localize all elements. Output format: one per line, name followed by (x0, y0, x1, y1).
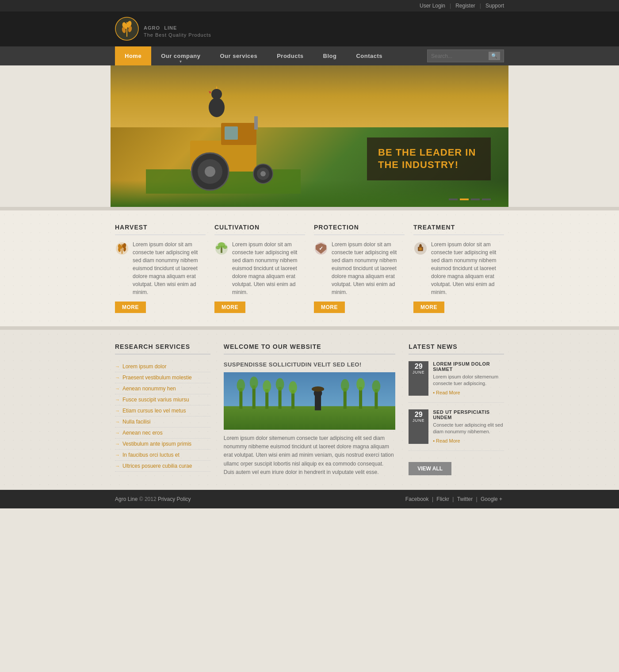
privacy-policy-link[interactable]: Privacy Policy (158, 496, 191, 502)
search-button[interactable]: 🔍 (489, 52, 500, 60)
support-link[interactable]: Support (485, 3, 504, 9)
features-grid: HARVEST Lorem ipsum dolor sit am consect… (111, 224, 508, 313)
research-link-0[interactable]: →Lorem ipsum dolor (115, 363, 210, 370)
top-bar: User Login | Register | Support (0, 0, 619, 11)
footer-social-links: Facebook | Flickr | Twitter | Google + (404, 496, 504, 502)
svg-rect-9 (225, 126, 238, 140)
logo[interactable]: AGRO LINE The Best Quality Products (115, 17, 211, 41)
protection-content: ✓ Lorem ipsum dolor sit am consecte tuer… (314, 241, 405, 296)
news-read-more-1[interactable]: • Read More (433, 438, 460, 443)
arrow-icon: → (115, 375, 120, 380)
research-link-1[interactable]: →Praesent vestibulum molestie (115, 374, 210, 381)
nav-home[interactable]: Home (115, 46, 151, 65)
arrow-icon: → (115, 441, 120, 447)
news-month-1: JUNE (412, 418, 425, 423)
svg-point-31 (223, 245, 227, 249)
logo-brand: AGRO LINE (144, 20, 211, 31)
rooster-illustration (199, 79, 234, 123)
news-day-1: 29 (412, 411, 425, 418)
section-separator (0, 207, 619, 210)
logo-text: AGRO LINE The Best Quality Products (144, 20, 211, 38)
twitter-link[interactable]: Twitter (457, 496, 473, 502)
research-services: RESEARCH SERVICES →Lorem ipsum dolor →Pr… (115, 343, 210, 477)
feature-treatment: TREATMENT Lorem ipsum dolor sit am conse… (413, 224, 504, 313)
user-login-link[interactable]: User Login (420, 3, 445, 9)
arrow-icon: → (115, 386, 120, 391)
news-day-0: 29 (412, 363, 425, 370)
svg-point-13 (205, 166, 215, 177)
logo-tagline: The Best Quality Products (144, 32, 211, 38)
nav-our-services[interactable]: Our services (210, 46, 267, 65)
logo-icon (115, 17, 139, 41)
treatment-text: Lorem ipsum dolor sit am consecte tuer a… (431, 241, 504, 296)
welcome-text: Lorem ipsum dolor sitemenum consecte tue… (224, 434, 395, 477)
research-link-2[interactable]: →Aenean nonummy hen (115, 386, 210, 392)
nav-our-company[interactable]: Our company ▼ (151, 46, 210, 65)
news-read-more-0[interactable]: • Read More (433, 390, 460, 395)
view-all-button[interactable]: View All (409, 462, 451, 475)
arrow-icon: → (115, 463, 120, 469)
nav-products[interactable]: Products (267, 46, 313, 65)
hero-dot-4[interactable] (482, 199, 491, 200)
arrow-icon: → (115, 419, 120, 424)
research-list: →Lorem ipsum dolor →Praesent vestibulum … (115, 361, 210, 472)
hero-overlay: BE THE LEADER IN THE INDUSTRY! (367, 137, 491, 180)
svg-point-47 (275, 378, 284, 390)
research-link-7[interactable]: →Vestibulum ante ipsum primis (115, 441, 210, 447)
research-link-8[interactable]: →In faucibus orci luctus et (115, 452, 210, 458)
search-box: 🔍 (427, 50, 504, 62)
hero-image: BE THE LEADER IN THE INDUSTRY! (111, 65, 508, 207)
svg-point-45 (263, 380, 271, 393)
arrow-icon: → (115, 430, 120, 435)
news-date-1: 29 JUNE (409, 409, 428, 444)
bottom-separator (0, 326, 619, 330)
hero-headline: BE THE LEADER IN THE INDUSTRY! (378, 146, 480, 172)
feature-cultivation: CULTIVATION Lorem ipsum dolor sit am con… (214, 224, 305, 313)
flickr-link[interactable]: Flickr (436, 496, 449, 502)
svg-marker-19 (216, 86, 218, 89)
hero-dot-2[interactable] (460, 199, 469, 200)
footer-sep1: | (432, 496, 435, 502)
cultivation-more-button[interactable]: More (214, 302, 245, 313)
treatment-icon (413, 241, 428, 256)
research-link-9[interactable]: →Ultrices posuere cubilia curae (115, 463, 210, 469)
list-item: →Aenean nec eros (115, 428, 210, 439)
facebook-link[interactable]: Facebook (405, 496, 429, 502)
news-headline-1: SED UT PERSPICIATIS UNDEM (433, 409, 504, 420)
feature-protection: PROTECTION ✓ Lorem ipsum dolor sit am co… (314, 224, 405, 313)
hero-dot-3[interactable] (471, 199, 480, 200)
footer-brand-link[interactable]: Agro Line (115, 496, 138, 502)
svg-point-52 (312, 386, 324, 392)
list-item: →Lorem ipsum dolor (115, 361, 210, 372)
arrow-icon: → (115, 408, 120, 413)
cultivation-title: CULTIVATION (214, 224, 305, 235)
harvest-text: Lorem ipsum dolor sit am consecte tuer a… (133, 241, 206, 296)
google-plus-link[interactable]: Google + (481, 496, 502, 502)
hero-slider: BE THE LEADER IN THE INDUSTRY! (111, 65, 508, 207)
svg-point-49 (289, 381, 297, 393)
news-month-0: JUNE (412, 370, 425, 374)
nav-blog[interactable]: Blog (313, 46, 347, 65)
research-link-3[interactable]: →Fusce suscipit varius miursu (115, 397, 210, 403)
register-link[interactable]: Register (455, 3, 475, 9)
hero-dot-1[interactable] (449, 199, 458, 200)
protection-more-button[interactable]: More (314, 302, 345, 313)
research-link-6[interactable]: →Aenean nec eros (115, 430, 210, 436)
svg-point-37 (419, 248, 422, 250)
arrow-icon: → (115, 364, 120, 369)
cultivation-text: Lorem ipsum dolor sit am consecte tuer a… (232, 241, 305, 296)
research-link-4[interactable]: →Etiam cursus leo vel metus (115, 408, 210, 414)
welcome-subtitle: SUSPENDISSE SOLLICITUDIN VELIT SED LEO! (224, 361, 395, 368)
research-link-5[interactable]: →Nulla facilisi (115, 419, 210, 425)
welcome-title: WELCOME TO OUR WEBSITE (224, 343, 395, 355)
nav-contacts[interactable]: Contacts (346, 46, 392, 65)
svg-rect-50 (315, 396, 321, 410)
treatment-more-button[interactable]: More (413, 302, 444, 313)
footer-year: © 2012 (139, 496, 157, 502)
svg-rect-39 (224, 406, 395, 430)
dropdown-arrow-icon: ▼ (179, 60, 183, 64)
harvest-more-button[interactable]: More (115, 302, 146, 313)
footer-copyright: Agro Line © 2012 Privacy Policy (115, 496, 191, 502)
svg-rect-10 (254, 116, 258, 130)
search-input[interactable] (431, 53, 489, 59)
